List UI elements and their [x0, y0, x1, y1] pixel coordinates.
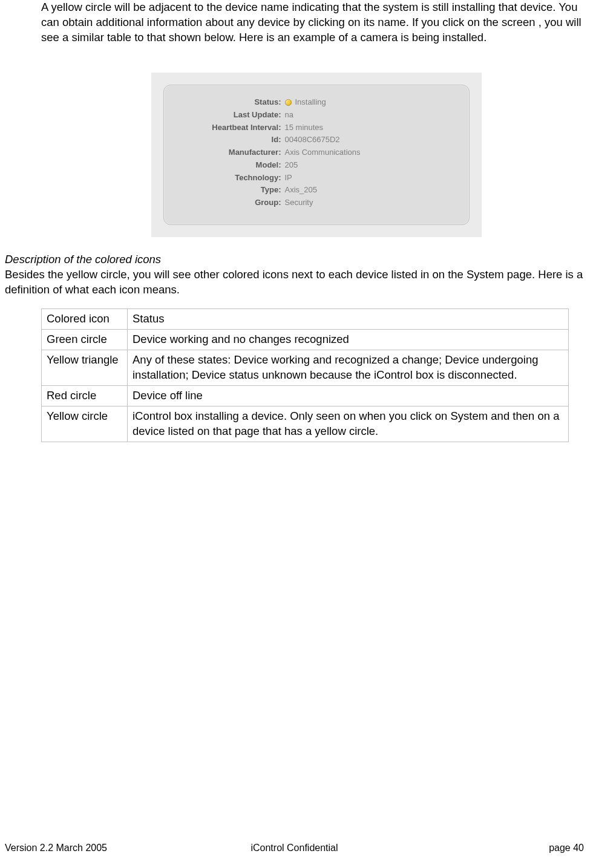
table-row: Red circle Device off line	[42, 385, 569, 406]
table-cell: Yellow circle	[42, 406, 128, 442]
device-value: IP	[285, 172, 292, 184]
device-value: Installing	[285, 96, 326, 109]
table-header-cell: Colored icon	[42, 308, 128, 329]
table-cell: Yellow triangle	[42, 350, 128, 385]
table-cell: Device working and no changes recognized	[128, 329, 569, 350]
table-header-cell: Status	[128, 308, 569, 329]
device-row-type: Type: Axis_205	[182, 184, 451, 197]
device-label: Id:	[182, 134, 285, 146]
device-label: Status:	[182, 96, 285, 109]
device-value: Axis_205	[285, 184, 317, 197]
status-text: Installing	[295, 96, 326, 109]
table-cell: iControl box installing a device. Only s…	[128, 406, 569, 442]
page-footer: Version 2.2 March 2005 iControl Confiden…	[0, 843, 596, 853]
device-row-model: Model: 205	[182, 159, 451, 172]
device-label: Group:	[182, 197, 285, 209]
device-value: 205	[285, 159, 298, 172]
footer-confidential: iControl Confidential	[198, 843, 391, 853]
device-info-panel: Status: Installing Last Update: na Heart…	[163, 85, 470, 225]
table-header-row: Colored icon Status	[42, 308, 569, 329]
section-paragraph: Besides the yellow circle, you will see …	[5, 267, 591, 298]
footer-page-number: page 40	[391, 843, 584, 853]
device-row-last-update: Last Update: na	[182, 109, 451, 122]
yellow-circle-icon	[285, 99, 292, 106]
device-row-manufacturer: Manufacturer: Axis Communications	[182, 146, 451, 159]
table-cell: Any of these states: Device working and …	[128, 350, 569, 385]
device-label: Heartbeat Interval:	[182, 122, 285, 134]
device-row-heartbeat: Heartbeat Interval: 15 minutes	[182, 122, 451, 134]
footer-version: Version 2.2 March 2005	[5, 843, 198, 853]
device-value: Axis Communications	[285, 146, 361, 159]
device-label: Manufacturer:	[182, 146, 285, 159]
table-cell: Device off line	[128, 385, 569, 406]
device-row-id: Id: 00408C6675D2	[182, 134, 451, 146]
device-row-status: Status: Installing	[182, 96, 451, 109]
table-row: Yellow circle iControl box installing a …	[42, 406, 569, 442]
page-content: A yellow circle will be adjacent to the …	[0, 0, 596, 442]
intro-paragraph: A yellow circle will be adjacent to the …	[41, 0, 591, 45]
device-value: Security	[285, 197, 313, 209]
table-row: Yellow triangle Any of these states: Dev…	[42, 350, 569, 385]
device-label: Technology:	[182, 172, 285, 184]
device-label: Type:	[182, 184, 285, 197]
table-row: Green circle Device working and no chang…	[42, 329, 569, 350]
device-label: Model:	[182, 159, 285, 172]
device-row-group: Group: Security	[182, 197, 451, 209]
device-value: na	[285, 109, 293, 122]
section-heading: Description of the colored icons	[5, 252, 591, 267]
device-value: 00408C6675D2	[285, 134, 340, 146]
table-cell: Red circle	[42, 385, 128, 406]
device-value: 15 minutes	[285, 122, 324, 134]
table-cell: Green circle	[42, 329, 128, 350]
device-row-technology: Technology: IP	[182, 172, 451, 184]
device-screenshot: Status: Installing Last Update: na Heart…	[151, 73, 482, 237]
icon-status-table: Colored icon Status Green circle Device …	[41, 308, 569, 442]
device-label: Last Update:	[182, 109, 285, 122]
